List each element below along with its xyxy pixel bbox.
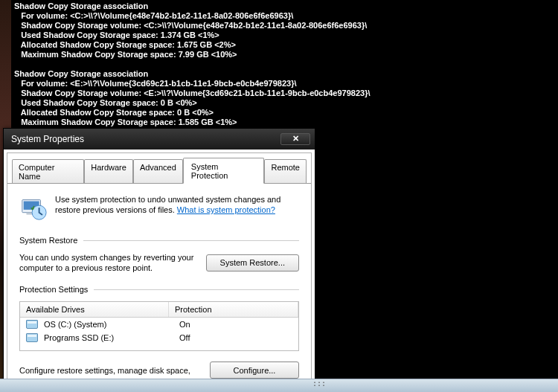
table-row[interactable]: OS (C:) (System) On (20, 318, 298, 331)
drive-name: Programs SSD (E:) (44, 333, 176, 342)
dialog-body: Computer Name Hardware Advanced System P… (7, 152, 312, 392)
console-line: Used Shadow Copy Storage space: 0 B <0%> (14, 98, 555, 108)
drives-table[interactable]: Available Drives Protection OS (C:) (Sys… (19, 301, 299, 351)
what-is-system-protection-link[interactable]: What is system protection? (177, 205, 275, 214)
legend-text: Protection Settings (19, 285, 88, 294)
drive-icon (26, 320, 38, 329)
drive-protection: On (179, 320, 190, 329)
group-legend: System Restore (19, 236, 299, 245)
console-line: For volume: <C:>\\?\Volume{e48e74b2-b1e2… (14, 11, 555, 21)
drive-icon (26, 333, 38, 342)
console-line: Maximum Shadow Copy Storage space: 7.99 … (14, 50, 555, 60)
dialog-titlebar[interactable]: System Properties ✕ (4, 129, 315, 150)
divider-line (83, 240, 299, 241)
configure-description: Configure restore settings, manage disk … (19, 365, 201, 376)
taskbar-grip: ꞉꞉꞉ (312, 379, 326, 388)
dialog-title: System Properties (8, 134, 280, 144)
column-available-drives[interactable]: Available Drives (20, 302, 169, 317)
system-restore-group: System Restore You can undo system chang… (19, 236, 299, 273)
close-button[interactable]: ✕ (280, 133, 310, 145)
console-line: Allocated Shadow Copy Storage space: 1.6… (14, 40, 555, 50)
console-line: Maximum Shadow Copy Storage space: 1.585… (14, 118, 555, 127)
tab-advanced[interactable]: Advanced (133, 159, 183, 184)
console-line: Shadow Copy Storage association (14, 69, 555, 79)
tab-remote[interactable]: Remote (264, 159, 307, 184)
console-line: Shadow Copy Storage association (14, 1, 555, 11)
console-line: For volume: <E:>\\?\Volume{3cd69c21-b1cb… (14, 79, 555, 89)
tab-computer-name[interactable]: Computer Name (12, 159, 84, 184)
intro-row: Use system protection to undo unwanted s… (19, 194, 299, 222)
console-line: Used Shadow Copy Storage space: 1.374 GB… (14, 30, 555, 40)
group-legend: Protection Settings (19, 285, 299, 294)
table-row[interactable]: Programs SSD (E:) Off (20, 331, 298, 344)
drive-protection: Off (179, 333, 190, 342)
system-protection-icon (19, 194, 48, 222)
table-header: Available Drives Protection (20, 302, 298, 318)
taskbar[interactable]: ꞉꞉꞉ (0, 379, 558, 392)
system-restore-button[interactable]: System Restore... (206, 254, 299, 271)
divider-line (94, 289, 299, 290)
command-prompt-output: Shadow Copy Storage association For volu… (11, 0, 558, 129)
tab-hardware[interactable]: Hardware (84, 159, 133, 184)
tab-system-protection[interactable]: System Protection (183, 158, 265, 184)
drive-name: OS (C:) (System) (44, 320, 176, 329)
console-line: Allocated Shadow Copy Storage space: 0 B… (14, 108, 555, 118)
console-line: Shadow Copy Storage volume: <E:>\\?\Volu… (14, 89, 555, 98)
console-line: Shadow Copy Storage volume: <C:>\\?\Volu… (14, 21, 555, 30)
tab-row: Computer Name Hardware Advanced System P… (7, 153, 311, 184)
configure-button[interactable]: Configure... (210, 362, 299, 379)
column-protection[interactable]: Protection (169, 302, 298, 317)
legend-text: System Restore (19, 236, 77, 245)
intro-text: Use system protection to undo unwanted s… (55, 194, 299, 222)
tab-content: Use system protection to undo unwanted s… (7, 183, 311, 392)
restore-description: You can undo system changes by reverting… (19, 252, 197, 273)
system-properties-dialog: System Properties ✕ Computer Name Hardwa… (3, 128, 315, 392)
protection-settings-group: Protection Settings Available Drives Pro… (19, 285, 299, 379)
